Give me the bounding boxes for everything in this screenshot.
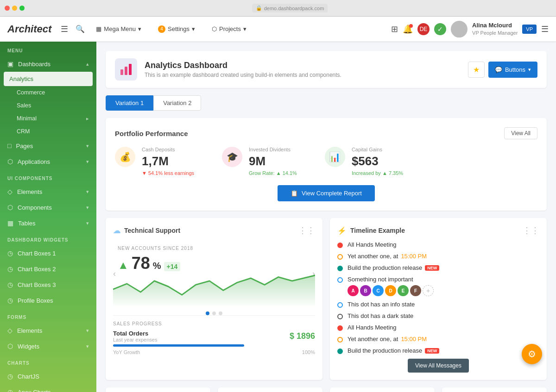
view-all-messages-button[interactable]: View All Messages: [408, 359, 469, 373]
total-orders-title: Total Orders: [113, 330, 157, 337]
sales-progress-section: SALES PROGRESS Total Orders Last year ex…: [113, 315, 315, 355]
chevron-down-icon: ▾: [86, 189, 89, 195]
view-complete-report-button[interactable]: 📋 View Complete Report: [278, 185, 375, 201]
analytics-label: Analytics: [9, 75, 33, 82]
sidebar-item-chart-boxes-1[interactable]: ◷ Chart Boxes 1: [0, 245, 96, 261]
avatar[interactable]: [451, 21, 468, 37]
sidebar-item-elements[interactable]: ◇ Elements ▾: [0, 184, 96, 199]
add-avatar-button[interactable]: +: [423, 285, 434, 296]
form-elements-label: Elements: [17, 327, 42, 334]
chart-dot-1[interactable]: [206, 311, 209, 315]
cash-deposits-value: 1,7M: [142, 154, 194, 168]
gear-fab-button[interactable]: ⚙: [522, 344, 542, 364]
maximize-dot[interactable]: [19, 6, 25, 11]
mega-menu-button[interactable]: ▦ Mega Menu ▾: [90, 23, 147, 35]
sidebar-section-forms: FORMS: [0, 308, 96, 323]
sidebar-section-ui: UI COMPONENTS: [0, 169, 96, 184]
technical-support-header: ☁ Technical Support ⋮⋮: [113, 225, 315, 236]
notification-bell-icon[interactable]: 🔔: [403, 24, 413, 34]
sidebar-item-dashboards[interactable]: ▣ Dashboards ▴: [0, 56, 96, 72]
portfolio-view-all-button[interactable]: View All: [504, 127, 537, 139]
timeline-menu-icon[interactable]: ⋮⋮: [523, 225, 539, 236]
progress-bar-labels: YoY Growth 100%: [113, 349, 315, 355]
tab-variation-2[interactable]: Variation 2: [153, 95, 201, 111]
chartjs-label: ChartJS: [18, 373, 39, 380]
language-flag[interactable]: DE: [417, 23, 430, 35]
apex-charts-label: Apex Charts: [18, 389, 51, 392]
elements-icon: ◇: [7, 188, 13, 195]
buttons-dropdown-button[interactable]: 💬 Buttons ▾: [488, 62, 537, 78]
metric-cash-text: Cash Deposits 1,7M ▼ 54.1% less earnings: [142, 147, 194, 176]
sidebar-item-crm[interactable]: CRM: [0, 125, 96, 138]
sidebar-item-chart-boxes-2[interactable]: ◷ Chart Boxes 2: [0, 261, 96, 277]
total-orders-amount: $ 1896: [290, 331, 315, 341]
search-icon[interactable]: 🔍: [76, 25, 85, 33]
form-widgets-label: Widgets: [18, 343, 39, 350]
grid-view-icon[interactable]: ⊞: [391, 24, 398, 34]
capital-gains-icon: 📊: [325, 147, 345, 167]
timeline-dot-orange-2: [337, 337, 343, 342]
more-menu-icon[interactable]: ☰: [541, 24, 549, 34]
apex-charts-icon: ◷: [7, 388, 13, 392]
sidebar-item-chartjs[interactable]: ◷ ChartJS: [0, 368, 96, 384]
widget-menu-icon[interactable]: ⋮⋮: [298, 225, 315, 236]
timeline-time-2: 15:00 PM: [401, 336, 427, 342]
star-button[interactable]: ★: [468, 62, 485, 78]
sidebar-item-profile-boxes[interactable]: ◷ Profile Boxes: [0, 292, 96, 308]
total-orders-info: Total Orders Last year expenses: [113, 330, 157, 342]
components-label: Components: [18, 204, 52, 211]
chevron-down-icon: ▾: [86, 159, 89, 165]
down-arrow-icon: ▼: [142, 170, 147, 176]
sidebar-item-apex-charts[interactable]: ◷ Apex Charts: [0, 384, 96, 392]
settings-menu-button[interactable]: 4 Settings ▾: [152, 23, 201, 36]
user-badge-button[interactable]: VP: [522, 25, 537, 34]
avatar-6: F: [410, 285, 421, 296]
projects-icon: ⬡: [212, 25, 217, 32]
sidebar-item-form-widgets[interactable]: ⬡ Widgets ▾: [0, 338, 96, 354]
sales-progress-label: SALES PROGRESS: [113, 321, 315, 326]
sidebar-item-form-elements[interactable]: ◇ Elements ▾: [0, 323, 96, 338]
sidebar-label-dashboards: Dashboards: [18, 61, 51, 68]
metric-cash-deposits: 💰 Cash Deposits 1,7M ▼ 54.1% less earnin…: [115, 147, 194, 176]
chart-dot-2[interactable]: [212, 311, 216, 315]
invested-dividents-label: Invested Dividents: [249, 147, 297, 152]
page-header-icon: [115, 58, 137, 81]
timeline-item: This dot has an info state: [337, 301, 539, 308]
sidebar-item-tables[interactable]: ▦ Tables ▾: [0, 215, 96, 231]
sidebar-item-analytics[interactable]: Analytics: [4, 72, 93, 86]
sidebar-item-chart-boxes-3[interactable]: ◷ Chart Boxes 3: [0, 277, 96, 292]
timeline-time: 15:00 PM: [401, 253, 427, 260]
chat-icon: 💬: [495, 66, 502, 73]
projects-menu-button[interactable]: ⬡ Projects ▾: [206, 23, 252, 35]
sidebar-item-minimal[interactable]: Minimal ▸: [0, 112, 96, 125]
capital-gains-sub: Increased by ▲ 7.35%: [352, 170, 403, 176]
minimize-dot[interactable]: [12, 6, 17, 11]
timeline-title-text: This dot has a dark state: [348, 312, 539, 319]
hamburger-icon[interactable]: ☰: [61, 24, 68, 34]
tab-variation-1[interactable]: Variation 1: [106, 95, 153, 111]
sidebar-item-pages[interactable]: □ Pages ▾: [0, 138, 96, 154]
user-info: Alina Mclourd VP People Manager: [472, 22, 518, 36]
timeline-avatars: A B C D E F +: [348, 285, 539, 296]
sidebar-item-sales[interactable]: Sales: [0, 99, 96, 112]
timeline-header: ⚡ Timeline Example ⋮⋮: [337, 225, 539, 236]
sidebar-section-menu: MENU: [0, 42, 96, 56]
portfolio-title: Portfolio Performance: [115, 130, 188, 137]
sidebar-item-commerce[interactable]: Commerce: [0, 86, 96, 99]
chevron-down-icon: ▾: [86, 343, 89, 349]
page-header: Analytics Dashboard This is an example d…: [106, 51, 547, 88]
timeline-dot-red: [337, 243, 343, 248]
technical-support-title: ☁ Technical Support: [113, 226, 180, 235]
page-header-actions: ★ 💬 Buttons ▾: [468, 62, 537, 78]
chart-dot-3[interactable]: [219, 311, 222, 315]
sidebar-item-components[interactable]: ⬡ Components ▾: [0, 199, 96, 215]
sidebar-item-applications[interactable]: ⬡ Applications ▾: [0, 154, 96, 169]
metric-invested-text: Invested Dividents 9M Grow Rate: ▲ 14.1%: [249, 147, 297, 176]
stat-card-last-month-sales: $ 1286 last month sales: [330, 387, 435, 392]
settings-label: Settings: [168, 25, 190, 32]
chevron-up-icon: ▴: [86, 61, 89, 67]
pages-icon: □: [7, 142, 11, 149]
close-dot[interactable]: [5, 6, 10, 11]
status-check-icon[interactable]: ✓: [434, 23, 446, 35]
invested-dividents-value: 9M: [249, 154, 297, 168]
